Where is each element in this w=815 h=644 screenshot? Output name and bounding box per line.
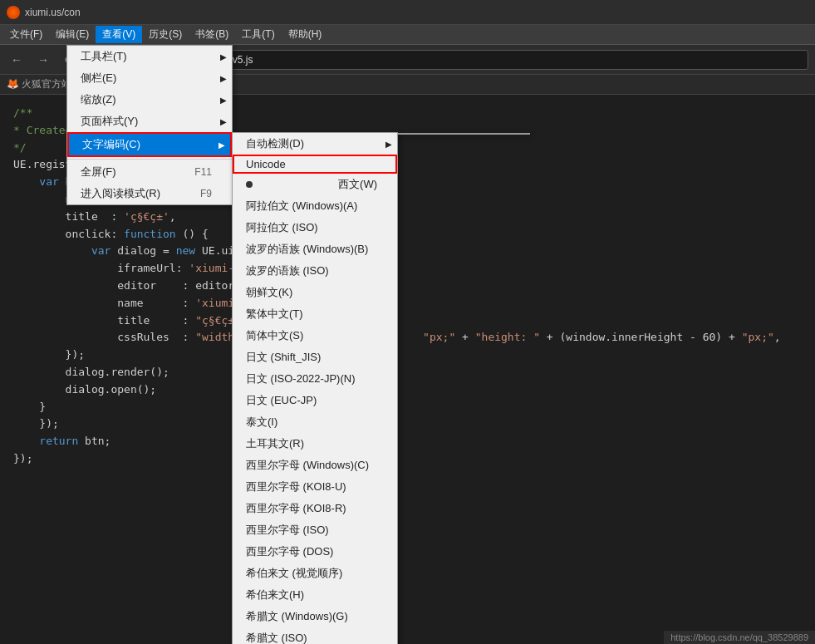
menu-item-toolbar[interactable]: 工具栏(T) [67,46,232,67]
back-button[interactable]: ← [7,50,27,70]
encoding-greek-iso[interactable]: 希腊文 (ISO) [233,627,397,644]
menu-view[interactable]: 查看(V) [96,26,142,43]
code-line-14: cssRules : "width: " + (w "px;" + "heigh… [13,329,802,347]
encoding-cyrillic-koi8r-label: 西里尔字母 (KOI8-R) [246,501,346,516]
encoding-korean[interactable]: 朝鲜文(K) [233,282,397,303]
menu-item-reader-shortcut: F9 [200,188,212,199]
encoding-cyrillic-win[interactable]: 西里尔字母 (Windows)(C) [233,455,397,476]
encoding-japanese-euc[interactable]: 日文 (EUC-JP) [233,390,397,411]
menu-item-pagestyle[interactable]: 页面样式(Y) [67,111,232,132]
code-line-11: editor : editor, [13,278,802,295]
encoding-cyrillic-dos[interactable]: 西里尔字母 (DOS) [233,541,397,563]
menu-item-zoom[interactable]: 缩放(Z) [67,89,232,111]
encoding-hebrew-visual-label: 希伯来文 (视觉顺序) [246,566,342,581]
encoding-greek-iso-label: 希腊文 (ISO) [246,631,307,644]
encoding-unicode[interactable]: Unicode [233,155,397,174]
code-line-13: title : "ç§€ç±'å¾€-sa [13,312,802,330]
encoding-western-label: 西文(W) [338,177,377,192]
menu-item-encoding-label: 文字编码(C) [82,137,140,152]
encoding-cyrillic-koi8r[interactable]: 西里尔字母 (KOI8-R) [233,498,397,519]
encoding-hebrew-label: 希伯来文(H) [246,587,304,602]
code-line-12: name : 'xiumi-connec [13,295,802,312]
encoding-cyrillic-dos-label: 西里尔字母 (DOS) [246,544,333,559]
encoding-autodetect-label: 自动检测(D) [246,136,304,151]
encoding-japanese-shift[interactable]: 日文 (Shift_JIS) [233,347,397,368]
menu-item-reader-label: 进入阅读模式(R) [81,186,160,201]
menu-item-sidebar[interactable]: 侧栏(E) [67,67,232,89]
code-line-18: } [13,399,802,416]
encoding-greek-win[interactable]: 希腊文 (Windows)(G) [233,606,397,627]
encoding-greek-win-label: 希腊文 (Windows)(G) [246,609,348,624]
code-line-15: }); [13,347,802,364]
code-line-16: dialog.render(); [13,364,802,381]
encoding-hebrew-visual[interactable]: 希伯来文 (视觉顺序) [233,563,397,584]
code-line-8: onclick: function () { [13,226,802,243]
encoding-turkish[interactable]: 土耳其文(R) [233,433,397,455]
encoding-arabic-iso[interactable]: 阿拉伯文 (ISO) [233,217,397,238]
status-url: https://blog.csdn.ne/qq_38529889 [670,632,808,642]
code-line-17: dialog.open(); [13,381,802,399]
encoding-cyrillic-iso-label: 西里尔字母 (ISO) [246,523,329,538]
encoding-trad-chinese[interactable]: 繁体中文(T) [233,303,397,325]
menu-bookmarks[interactable]: 书签(B) [189,26,235,43]
encoding-trad-chinese-label: 繁体中文(T) [246,307,303,322]
encoding-autodetect[interactable]: 自动检测(D) [233,133,397,155]
forward-button[interactable]: → [33,50,53,70]
encoding-cyrillic-win-label: 西里尔字母 (Windows)(C) [246,458,369,473]
menu-file[interactable]: 文件(F) [3,26,49,43]
encoding-baltic-win-label: 波罗的语族 (Windows)(B) [246,242,368,257]
menu-edit[interactable]: 编辑(E) [49,26,96,43]
tab-title: xiumi.us/con [25,7,81,18]
menu-item-toolbar-label: 工具栏(T) [81,49,127,64]
encoding-unicode-label: Unicode [246,158,286,170]
encoding-submenu: 自动检测(D) Unicode 西文(W) 阿拉伯文 (Windows)(A) … [232,132,398,644]
menu-item-pagestyle-label: 页面样式(Y) [81,114,138,129]
statusbar: https://blog.csdn.ne/qq_38529889 [664,631,815,644]
encoding-baltic-win[interactable]: 波罗的语族 (Windows)(B) [233,238,397,260]
encoding-western[interactable]: 西文(W) [233,174,397,195]
encoding-japanese-euc-label: 日文 (EUC-JP) [246,393,317,408]
encoding-thai[interactable]: 泰文(I) [233,411,397,433]
encoding-arabic-win-label: 阿拉伯文 (Windows)(A) [246,199,357,214]
encoding-japanese-iso[interactable]: 日文 (ISO-2022-JP)(N) [233,368,397,390]
code-line-7: title : 'ç§€ç±', [13,209,802,226]
menubar: 文件(F) 编辑(E) 查看(V) 历史(S) 书签(B) 工具(T) 帮助(H… [0,25,815,45]
encoding-cyrillic-iso[interactable]: 西里尔字母 (ISO) [233,519,397,541]
encoding-turkish-label: 土耳其文(R) [246,436,304,451]
encoding-thai-label: 泰文(I) [246,415,277,430]
menu-item-fullscreen[interactable]: 全屏(F) F11 [67,161,232,183]
menu-history[interactable]: 历史(S) [142,26,189,43]
menu-item-reader[interactable]: 进入阅读模式(R) F9 [67,183,232,204]
encoding-hebrew[interactable]: 希伯来文(H) [233,584,397,606]
encoding-japanese-iso-label: 日文 (ISO-2022-JP)(N) [246,371,355,386]
code-line-10: iframeUrl: 'xiumi-ue-dial [13,260,802,278]
encoding-cyrillic-koi8u[interactable]: 西里尔字母 (KOI8-U) [233,476,397,498]
encoding-cyrillic-koi8u-label: 西里尔字母 (KOI8-U) [246,479,346,494]
code-line-19: }); [13,415,802,433]
firefox-logo [7,6,20,19]
encoding-baltic-iso[interactable]: 波罗的语族 (ISO) [233,260,397,282]
menu-item-encoding[interactable]: 文字编码(C) [67,132,232,157]
menu-tools[interactable]: 工具(T) [235,26,281,43]
view-menu: 工具栏(T) 侧栏(E) 缩放(Z) 页面样式(Y) 文字编码(C) 全屏(F)… [66,45,233,205]
code-line-9: var dialog = new UE.ui.Dialo [13,243,802,260]
menu-separator-1 [67,159,232,160]
browser-chrome: xiumi.us/con [0,0,815,25]
encoding-arabic-iso-label: 阿拉伯文 (ISO) [246,220,318,235]
encoding-western-radio [246,181,253,188]
menu-item-fullscreen-shortcut: F11 [194,166,212,178]
menu-item-sidebar-label: 侧栏(E) [81,71,116,86]
encoding-baltic-iso-label: 波罗的语族 (ISO) [246,263,329,278]
menu-item-fullscreen-label: 全屏(F) [81,165,116,179]
encoding-arabic-win[interactable]: 阿拉伯文 (Windows)(A) [233,195,397,217]
code-line-21: return btn; [13,433,802,450]
menu-help[interactable]: 帮助(H) [282,26,329,43]
code-line-22: }); [13,450,802,468]
encoding-simp-chinese-label: 简体中文(S) [246,328,303,343]
encoding-simp-chinese[interactable]: 简体中文(S) [233,325,397,347]
autodetect-submenu [397,133,530,135]
menu-item-zoom-label: 缩放(Z) [81,92,116,107]
encoding-japanese-shift-label: 日文 (Shift_JIS) [246,350,321,365]
encoding-korean-label: 朝鲜文(K) [246,285,292,300]
